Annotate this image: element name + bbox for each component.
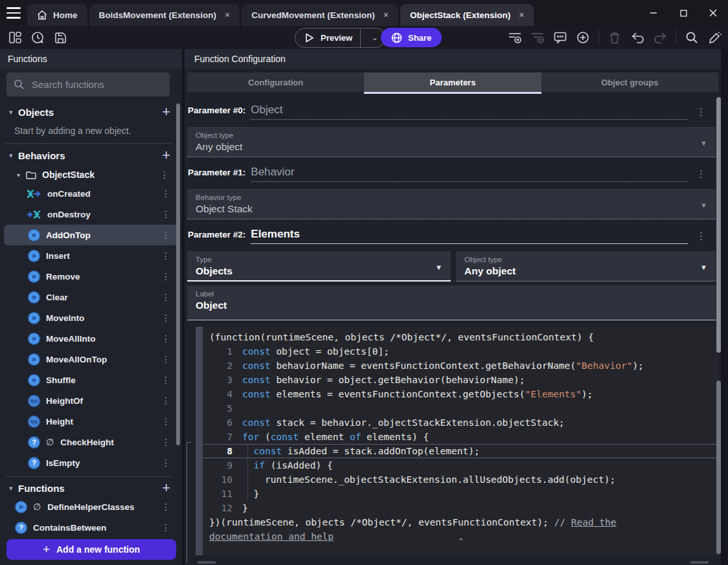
- redo-icon[interactable]: [653, 30, 667, 45]
- sidebar-item-containsbetween[interactable]: ? ContainsBetween ⋮: [4, 517, 178, 538]
- search-icon[interactable]: [685, 30, 699, 45]
- code-line-2[interactable]: 2const behaviorName = eventsFunctionCont…: [203, 359, 719, 373]
- tree-collapse-icon[interactable]: ▾: [17, 172, 20, 179]
- panels-layout-icon[interactable]: [8, 30, 22, 45]
- tree-collapse-icon[interactable]: ▾: [9, 484, 18, 493]
- add-event-icon[interactable]: [508, 30, 522, 45]
- code-line-9[interactable]: 9 if (isAdded) {: [203, 458, 719, 472]
- code-line-6[interactable]: 6const stack = behavior._objectStackExte…: [203, 415, 719, 430]
- sidebar-item-checkheight[interactable]: ? ∅ CheckHeight ⋮: [4, 432, 178, 452]
- sidebar-item-shuffle[interactable]: » Shuffle ⋮: [4, 370, 178, 390]
- add-object-icon[interactable]: +: [162, 105, 173, 118]
- editor-drag-handle[interactable]: [196, 327, 203, 555]
- undo-icon[interactable]: [630, 30, 644, 45]
- preview-button[interactable]: Preview ⌄: [295, 28, 386, 48]
- sidebar-item-oncreated[interactable]: onCreated ⋮: [4, 183, 178, 204]
- code-lines[interactable]: 1const object = objects[0];2const behavi…: [203, 344, 719, 515]
- parameter-2-object-type-select[interactable]: Object type Any object ▼: [456, 251, 716, 282]
- panel-scrollbar[interactable]: [716, 97, 721, 353]
- sidebar-item-height[interactable]: f(x) Height ⋮: [4, 411, 178, 432]
- sidebar-scrollbar[interactable]: [176, 104, 180, 445]
- share-button[interactable]: Share: [381, 28, 442, 47]
- close-tab-icon[interactable]: ×: [519, 10, 524, 20]
- item-menu-icon[interactable]: ⋮: [159, 209, 178, 219]
- code-line-12[interactable]: 12}: [203, 501, 719, 515]
- sidebar-item-heightof[interactable]: f(x) HeightOf ⋮: [4, 390, 178, 411]
- parameter-menu-icon[interactable]: ⋮: [696, 230, 706, 242]
- item-menu-icon[interactable]: ⋮: [159, 313, 178, 323]
- add-function-icon[interactable]: +: [162, 482, 173, 494]
- item-menu-icon[interactable]: ⋮: [159, 230, 178, 240]
- sidebar-item-clear[interactable]: » Clear ⋮: [4, 287, 178, 307]
- item-menu-icon[interactable]: ⋮: [159, 188, 178, 199]
- circle-plus-icon[interactable]: [576, 30, 590, 45]
- javascript-code-editor[interactable]: (function(runtimeScene, objects /*Object…: [196, 327, 719, 555]
- maximize-icon[interactable]: [668, 0, 698, 26]
- section-objects[interactable]: ▾ Objects +: [0, 104, 177, 120]
- add-subevent-icon[interactable]: [530, 30, 545, 45]
- parameter-1-name-input[interactable]: Behavior: [251, 166, 688, 182]
- code-line-4[interactable]: 4const elements = eventsFunctionContext.…: [203, 387, 719, 401]
- tab-curvedmovement[interactable]: CurvedMovement (Extension) ×: [242, 4, 398, 26]
- parameter-0-name-input[interactable]: Object: [251, 104, 688, 120]
- close-tab-icon[interactable]: ×: [225, 10, 230, 20]
- code-line-3[interactable]: 3const behavior = object.getBehavior(beh…: [203, 373, 719, 387]
- close-tab-icon[interactable]: ×: [383, 10, 389, 20]
- tab-boidsmovement[interactable]: BoidsMovement (Extension) ×: [89, 4, 240, 26]
- item-menu-icon[interactable]: ⋮: [159, 416, 178, 427]
- tab-parameters[interactable]: Parameters: [364, 72, 541, 92]
- code-line-8[interactable]: 8 const isAdded = stack.addOnTop(element…: [203, 444, 719, 458]
- item-menu-icon[interactable]: ⋮: [159, 458, 178, 468]
- section-behaviors[interactable]: ▾ Behaviors +: [0, 147, 177, 164]
- sidebar-item-addontop[interactable]: » AddOnTop ⋮: [4, 225, 178, 245]
- code-line-7[interactable]: 7for (const element of elements) {: [203, 430, 719, 444]
- add-comment-icon[interactable]: [553, 30, 567, 45]
- code-line-10[interactable]: 10 runtimeScene._objectStackExtension.al…: [203, 472, 719, 487]
- sidebar-item-moveallontop[interactable]: » MoveAllOnTop ⋮: [4, 349, 178, 370]
- main-menu-icon[interactable]: [6, 7, 21, 19]
- item-menu-icon[interactable]: ⋮: [159, 375, 178, 385]
- editor-scrollbar[interactable]: [716, 381, 721, 554]
- parameter-1-behavior-type-select[interactable]: Behavior type Object Stack ▼: [187, 189, 716, 219]
- item-menu-icon[interactable]: ⋮: [159, 271, 178, 282]
- tree-collapse-icon[interactable]: ▾: [9, 151, 18, 160]
- section-functions[interactable]: ▾ Functions +: [0, 480, 177, 496]
- sidebar-item-definehelperclasses[interactable]: » ∅ DefineHelperClasses ⋮: [4, 496, 178, 517]
- search-input[interactable]: [30, 78, 163, 91]
- save-icon[interactable]: [53, 30, 67, 45]
- sidebar-item-ondestroy[interactable]: onDestroy ⋮: [4, 204, 178, 225]
- search-functions-box[interactable]: [6, 72, 170, 96]
- close-window-icon[interactable]: [698, 0, 728, 26]
- tab-objectstack[interactable]: ObjectStack (Extension) ×: [400, 4, 534, 26]
- trash-icon[interactable]: [608, 30, 622, 45]
- documentation-link[interactable]: documentation and help: [209, 531, 334, 542]
- item-menu-icon[interactable]: ⋮: [159, 502, 178, 512]
- tab-object-groups[interactable]: Object groups: [541, 72, 718, 92]
- tab-home[interactable]: Home: [27, 4, 87, 26]
- item-menu-icon[interactable]: ⋮: [159, 522, 178, 533]
- code-line-1[interactable]: 1const object = objects[0];: [203, 344, 719, 359]
- history-icon[interactable]: [30, 30, 45, 45]
- sidebar-item-isempty[interactable]: ? IsEmpty ⋮: [4, 452, 178, 473]
- add-new-function-button[interactable]: + Add a new function: [6, 539, 176, 560]
- sidebar-item-remove[interactable]: » Remove ⋮: [4, 266, 178, 287]
- sidebar-item-moveallinto[interactable]: » MoveAllInto ⋮: [4, 328, 178, 349]
- code-area[interactable]: (function(runtimeScene, objects /*Object…: [203, 327, 719, 555]
- sidebar-item-moveinto[interactable]: » MoveInto ⋮: [4, 307, 178, 328]
- tree-collapse-icon[interactable]: ▾: [9, 108, 18, 116]
- parameter-0-object-type-select[interactable]: Object type Any object ▼: [187, 127, 716, 157]
- parameter-menu-icon[interactable]: ⋮: [696, 168, 706, 180]
- item-menu-icon[interactable]: ⋮: [159, 250, 178, 261]
- code-line-5[interactable]: 5: [203, 401, 719, 415]
- parameter-menu-icon[interactable]: ⋮: [696, 106, 706, 118]
- item-menu-icon[interactable]: ⋮: [159, 354, 178, 364]
- item-menu-icon[interactable]: ⋮: [157, 170, 177, 180]
- item-menu-icon[interactable]: ⋮: [159, 292, 178, 302]
- add-behavior-icon[interactable]: +: [162, 149, 173, 162]
- item-menu-icon[interactable]: ⋮: [159, 437, 178, 447]
- parameter-2-label-input[interactable]: Label Object: [187, 285, 716, 320]
- item-menu-icon[interactable]: ⋮: [159, 333, 178, 344]
- parameter-2-name-input[interactable]: Elements: [251, 228, 688, 244]
- behavior-group-objectstack[interactable]: ▾ ObjectStack ⋮: [0, 166, 177, 183]
- magic-pencil-icon[interactable]: [707, 30, 722, 45]
